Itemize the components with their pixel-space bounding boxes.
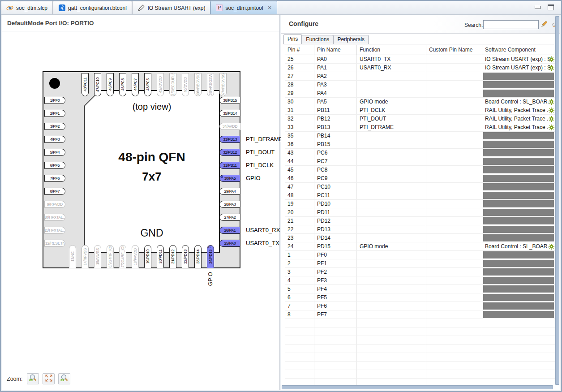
pin-name-cell[interactable]: PF6 (314, 302, 357, 310)
pin-number-cell[interactable]: 7 (285, 302, 314, 310)
column-header-pin-[interactable]: Pin # (285, 45, 314, 55)
gear-icon[interactable] (549, 125, 554, 130)
pin-name-cell[interactable]: PC11 (314, 191, 357, 199)
table-row-pin-20[interactable]: 20PD11 (285, 208, 555, 217)
pin-name-cell[interactable]: PA2 (314, 72, 357, 80)
pin-number-cell[interactable]: 22 (285, 225, 314, 233)
pin-47/PC10[interactable]: 47/PC10 (94, 73, 101, 96)
gear-icon[interactable] (549, 244, 554, 250)
pin-28/PA3[interactable]: 28/PA3 (219, 201, 240, 208)
custom-pin-name-cell[interactable] (426, 89, 482, 97)
function-cell[interactable]: PTI_DFRAME (357, 123, 426, 131)
pin-name-cell[interactable]: PC7 (314, 157, 357, 165)
custom-pin-name-cell[interactable] (426, 132, 482, 140)
software-component-cell[interactable] (482, 72, 555, 80)
pin-name-cell[interactable]: PD13 (314, 225, 357, 233)
custom-pin-name-cell[interactable] (426, 174, 482, 182)
zoom-in-button[interactable] (58, 373, 70, 384)
tab-functions[interactable]: Functions (302, 35, 333, 44)
pin-name-cell[interactable]: PA1 (314, 64, 357, 72)
pin-23/PD14[interactable]: 23/PD14 (194, 245, 202, 268)
software-component-cell[interactable] (482, 183, 555, 191)
pin-1/PF0[interactable]: 1/PF0 (44, 97, 65, 104)
function-cell[interactable]: PTI_DCLK (357, 106, 426, 114)
software-component-cell[interactable] (482, 225, 555, 233)
pin-name-cell[interactable]: PF4 (314, 285, 357, 293)
function-cell[interactable] (357, 132, 426, 140)
table-row-pin-5[interactable]: 5PF4 (285, 285, 555, 293)
pin-41/DECOUPLE[interactable]: 41/DECOUPLE (169, 73, 176, 96)
table-row-pin-46[interactable]: 46PC9 (285, 174, 555, 183)
software-component-cell[interactable]: IO Stream USART (exp) : S (482, 64, 555, 72)
pin-number-cell[interactable]: 24 (285, 242, 314, 250)
pin-11/HFXTAL...[interactable]: 11/HFXTAL... (44, 227, 65, 234)
tab-pins[interactable]: Pins (283, 34, 302, 44)
pin-14/RFVSS[interactable]: 14/RFVSS (82, 245, 89, 268)
column-header-software-component[interactable]: Software Component (482, 45, 555, 55)
editor-tab-soc_dtm.slcp[interactable]: soc_dtm.slcp (1, 1, 53, 14)
pin-name-cell[interactable]: PD15 (314, 242, 357, 250)
function-cell[interactable] (357, 174, 426, 182)
table-row-pin-7[interactable]: 7PF6 (285, 302, 555, 310)
custom-pin-name-cell[interactable] (426, 157, 482, 165)
custom-pin-name-cell[interactable] (426, 276, 482, 284)
software-component-cell[interactable] (482, 217, 555, 225)
table-row-pin-45[interactable]: 45PC8 (285, 166, 555, 174)
maximize-view-icon[interactable] (548, 4, 554, 10)
function-cell[interactable]: USART0_RX (357, 64, 426, 72)
table-row-pin-35[interactable]: 35PB14 (285, 132, 555, 140)
pin-name-cell[interactable]: PB11 (314, 106, 357, 114)
horizontal-scrollbar[interactable] (282, 385, 553, 389)
software-component-cell[interactable]: Board Control : SL_BOAR. (482, 242, 555, 250)
software-component-cell[interactable] (482, 174, 555, 182)
software-component-cell[interactable] (482, 276, 555, 284)
pin-number-cell[interactable]: 1 (285, 251, 314, 259)
pin-number-cell[interactable]: 44 (285, 157, 314, 165)
pin-number-cell[interactable]: 33 (285, 123, 314, 131)
software-component-cell[interactable] (482, 302, 555, 310)
function-cell[interactable] (357, 285, 426, 293)
pin-name-cell[interactable]: PA0 (314, 55, 357, 63)
pin-number-cell[interactable]: 43 (285, 149, 314, 157)
pin-27/PA2[interactable]: 27/PA2 (219, 214, 240, 221)
software-component-cell[interactable] (482, 132, 555, 140)
gear-icon[interactable] (549, 99, 554, 105)
custom-pin-name-cell[interactable] (426, 268, 482, 276)
pin-number-cell[interactable]: 19 (285, 200, 314, 208)
pin-36/PB15[interactable]: 36/PB15 (219, 97, 240, 104)
pin-8/PF7[interactable]: 8/PF7 (44, 188, 65, 195)
pin-44/PC7[interactable]: 44/PC7 (132, 73, 139, 96)
custom-pin-name-cell[interactable] (426, 208, 482, 216)
pin-number-cell[interactable]: 21 (285, 217, 314, 225)
software-component-cell[interactable] (482, 157, 555, 165)
pin-33/PB13[interactable]: 33/PB13 (219, 136, 240, 143)
table-row-pin-24[interactable]: 24PD15GPIO modeBoard Control : SL_BOAR. (285, 242, 555, 251)
pin-name-cell[interactable]: PC8 (314, 166, 357, 174)
table-row-pin-6[interactable]: 6PF5 (285, 293, 555, 302)
table-row-pin-29[interactable]: 29PA4 (285, 89, 555, 98)
table-row-pin-2[interactable]: 2PF1 (285, 259, 555, 268)
pin-name-cell[interactable]: PB15 (314, 140, 357, 148)
software-component-cell[interactable] (482, 293, 555, 302)
function-cell[interactable] (357, 183, 426, 191)
custom-pin-name-cell[interactable] (426, 242, 482, 250)
software-component-cell[interactable]: RAIL Utility, Packet Trace . (482, 123, 555, 131)
custom-pin-name-cell[interactable] (426, 234, 482, 242)
pin-number-cell[interactable]: 45 (285, 166, 314, 174)
pin-number-cell[interactable]: 4 (285, 276, 314, 284)
function-cell[interactable] (357, 310, 426, 319)
pin-38/VREGSW[interactable]: 38/VREGSW (207, 73, 214, 96)
pin-16/2G4RF_ION[interactable]: 16/2G4RF_ION (107, 245, 114, 268)
pin-name-cell[interactable]: PC6 (314, 149, 357, 157)
pin-39/VREGVDD[interactable]: 39/VREGVDD (194, 73, 202, 96)
pin-number-cell[interactable]: 30 (285, 98, 314, 106)
table-row-pin-47[interactable]: 47PC10 (285, 183, 555, 191)
function-cell[interactable] (357, 234, 426, 242)
custom-pin-name-cell[interactable] (426, 183, 482, 191)
pin-name-cell[interactable]: PF7 (314, 310, 357, 319)
search-input[interactable] (483, 20, 539, 29)
pin-number-cell[interactable]: 48 (285, 191, 314, 199)
software-component-cell[interactable]: IO Stream USART (exp) : S (482, 55, 555, 63)
software-component-cell[interactable] (482, 81, 555, 89)
column-header-function[interactable]: Function (357, 45, 426, 55)
